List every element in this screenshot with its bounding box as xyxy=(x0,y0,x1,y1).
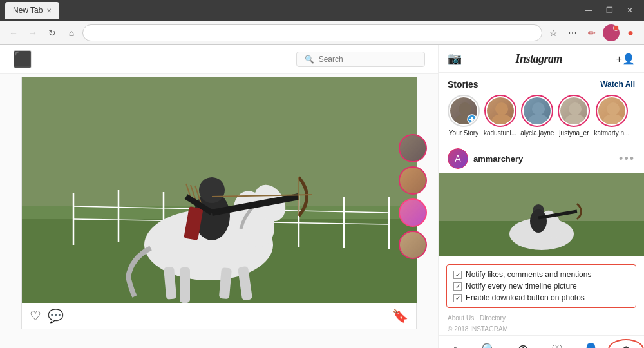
profile-button[interactable] xyxy=(603,24,620,41)
browser-chrome: New Tab ✕ — ❐ ✕ ← → ↻ ⌂ ☆ ⋯ ✏ ● xyxy=(0,0,644,45)
nav-home-button[interactable]: ⌂ xyxy=(439,336,473,348)
svg-point-42 xyxy=(603,114,623,124)
notification-icon[interactable]: ● xyxy=(622,24,639,41)
stories-row: Your Story kadustuni... xyxy=(448,95,635,137)
svg-rect-17 xyxy=(180,267,190,303)
option-checkbox-3[interactable] xyxy=(453,294,462,302)
your-story-avatar xyxy=(450,97,477,124)
story-circle-5 xyxy=(596,95,628,127)
tab-area: New Tab ✕ xyxy=(5,2,580,19)
active-tab[interactable]: New Tab ✕ xyxy=(5,2,59,19)
comment-button[interactable]: 💬 xyxy=(48,308,64,324)
main-content: ⬛ xyxy=(0,45,644,348)
story-name-4: justyna_er xyxy=(559,130,589,137)
post-image-svg xyxy=(22,77,417,303)
browser-titlebar: New Tab ✕ — ❐ ✕ xyxy=(0,0,644,21)
svg-point-39 xyxy=(569,102,582,115)
option-checkbox-2[interactable] xyxy=(453,282,462,291)
svg-text:A: A xyxy=(455,153,461,164)
option-label-2: Notify every new timeline picture xyxy=(466,282,577,291)
footer-directory[interactable]: Directory xyxy=(480,314,506,322)
nav-search-button[interactable]: 🔍 xyxy=(473,336,507,348)
story-item-3[interactable]: alycia.jayne xyxy=(520,95,554,137)
watch-all-button[interactable]: Watch All xyxy=(600,80,635,89)
panel-post-image xyxy=(439,173,644,256)
minimize-button[interactable]: — xyxy=(580,4,598,17)
post-actions: ♡ 💬 🔖 xyxy=(22,303,416,329)
sidebar-story-1[interactable] xyxy=(399,134,427,162)
nav-heart-button[interactable]: ♡ xyxy=(540,336,574,348)
like-button[interactable]: ♡ xyxy=(30,308,41,324)
sidebar-story-2[interactable] xyxy=(399,166,427,195)
back-button[interactable]: ← xyxy=(5,24,22,41)
toolbar-icons: ☆ ⋯ ✏ ● xyxy=(545,24,639,41)
footer-about[interactable]: About Us xyxy=(448,314,474,322)
option-checkbox-1[interactable] xyxy=(453,271,462,279)
sidebar-story-4[interactable] xyxy=(399,231,427,259)
ig-header: 📷 Instagram +👤 xyxy=(439,45,644,73)
home-button[interactable]: ⌂ xyxy=(63,24,80,41)
stories-header: Stories Watch All xyxy=(448,79,635,90)
pencil-icon[interactable]: ✏ xyxy=(583,24,600,41)
sidebar-stories xyxy=(399,134,427,259)
post-more-button[interactable]: ••• xyxy=(619,152,635,166)
story-circle-3 xyxy=(521,95,553,127)
nav-profile-button[interactable]: 👤 xyxy=(574,336,608,348)
svg-point-30 xyxy=(459,102,471,115)
svg-point-40 xyxy=(565,114,585,124)
option-label-3: Enable download button on photos xyxy=(466,293,585,302)
svg-point-36 xyxy=(491,114,512,124)
svg-point-37 xyxy=(532,102,545,115)
your-story-name: Your Story xyxy=(449,130,478,137)
svg-point-38 xyxy=(528,114,549,124)
story-item-2[interactable]: kadustuni... xyxy=(484,95,516,137)
option-notify-timeline: Notify every new timeline picture xyxy=(453,282,629,291)
sidebar-story-3[interactable] xyxy=(399,198,427,227)
story-item-your-story[interactable]: Your Story xyxy=(448,95,480,137)
maximize-button[interactable]: ❐ xyxy=(600,4,618,17)
feed-logo-icon: ⬛ xyxy=(13,50,32,68)
stories-label: Stories xyxy=(448,79,478,90)
post-username: ammarchery xyxy=(473,154,614,164)
forward-button[interactable]: → xyxy=(24,24,41,41)
feed-area: ⬛ xyxy=(0,45,438,348)
extensions-icon[interactable]: ⋯ xyxy=(564,24,581,41)
tab-close-button[interactable]: ✕ xyxy=(46,7,52,14)
options-box: Notify likes, comments and mentions Noti… xyxy=(446,264,636,308)
story-circle-4 xyxy=(558,95,590,127)
story-avatar-3 xyxy=(524,97,551,124)
story-avatar-4 xyxy=(560,97,587,124)
panel-post: A ammarchery ••• xyxy=(439,144,644,256)
svg-point-35 xyxy=(495,102,508,115)
address-bar[interactable] xyxy=(82,24,542,41)
story-name-5: katmarty n... xyxy=(594,130,629,137)
camera-icon[interactable]: 📷 xyxy=(448,52,462,66)
ig-nav: ⌂ 🔍 ⊕ ♡ 👤 ⚙ xyxy=(439,335,644,348)
close-button[interactable]: ✕ xyxy=(621,4,639,17)
footer-area: About Us Directory © 2018 INSTAGRAM xyxy=(439,312,644,335)
feed-header: ⬛ xyxy=(0,45,438,74)
story-item-5[interactable]: katmarty n... xyxy=(594,95,629,137)
story-circle-2 xyxy=(484,95,516,127)
browser-toolbar: ← → ↻ ⌂ ☆ ⋯ ✏ ● xyxy=(0,21,644,45)
nav-settings-button[interactable]: ⚙ xyxy=(608,339,645,348)
your-story-circle xyxy=(448,95,480,127)
feed-search-input[interactable] xyxy=(296,52,425,67)
post-image xyxy=(22,77,417,303)
add-person-button[interactable]: +👤 xyxy=(616,53,635,65)
nav-add-button[interactable]: ⊕ xyxy=(506,336,540,348)
bookmark-star-icon[interactable]: ☆ xyxy=(545,24,562,41)
save-button[interactable]: 🔖 xyxy=(392,308,408,324)
stories-section: Stories Watch All xyxy=(439,73,644,140)
story-avatar-5 xyxy=(598,97,625,124)
post-container: ♡ 💬 🔖 xyxy=(21,77,417,329)
story-avatar-2 xyxy=(487,97,514,124)
post-user-row: A ammarchery ••• xyxy=(439,144,644,173)
footer-links: About Us Directory xyxy=(439,312,644,324)
svg-point-41 xyxy=(607,102,620,115)
footer-copyright: © 2018 INSTAGRAM xyxy=(439,324,644,335)
instagram-panel: 📷 Instagram +👤 Stories Watch All xyxy=(438,45,644,348)
option-notify-likes: Notify likes, comments and mentions xyxy=(453,270,629,279)
refresh-button[interactable]: ↻ xyxy=(44,24,61,41)
story-item-4[interactable]: justyna_er xyxy=(558,95,590,137)
